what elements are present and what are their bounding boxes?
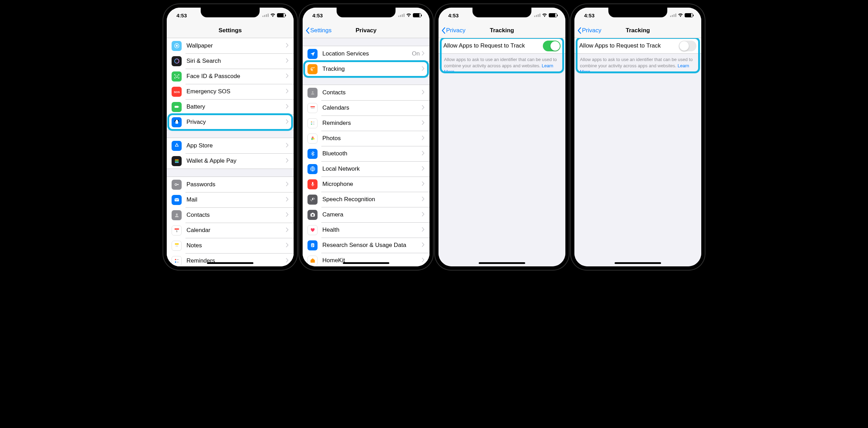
row-mail[interactable]: Mail xyxy=(167,192,294,207)
back-button[interactable]: Privacy xyxy=(441,27,466,34)
row-calendar[interactable]: 1Calendar xyxy=(167,223,294,238)
svg-rect-27 xyxy=(311,108,312,109)
row-label: Notes xyxy=(186,242,286,249)
chevron-right-icon xyxy=(286,119,289,125)
row-tracking[interactable]: Tracking xyxy=(303,61,429,77)
phone-privacy: 4:53 Settings Privacy Location ServicesO… xyxy=(298,3,434,271)
row-label: Battery xyxy=(186,103,286,110)
row-privacy[interactable]: Privacy xyxy=(167,114,294,130)
home-indicator[interactable] xyxy=(615,262,661,264)
back-label: Privacy xyxy=(446,27,466,34)
tracking-toggle[interactable] xyxy=(543,41,561,51)
row-label: Local Network xyxy=(322,165,422,172)
faceid-icon xyxy=(172,71,182,82)
home-indicator[interactable] xyxy=(479,262,525,264)
row-contacts[interactable]: Contacts xyxy=(167,207,294,223)
row-contacts[interactable]: Contacts xyxy=(303,85,429,100)
row-label: Speech Recognition xyxy=(322,196,422,203)
key-icon xyxy=(172,180,182,190)
chevron-right-icon xyxy=(286,73,289,79)
chevron-right-icon xyxy=(286,58,289,64)
svg-point-22 xyxy=(175,262,176,263)
row-health[interactable]: Health xyxy=(303,222,429,238)
home-indicator[interactable] xyxy=(207,262,253,264)
row-battery[interactable]: Battery xyxy=(167,99,294,114)
chevron-right-icon xyxy=(422,242,425,248)
chevron-right-icon xyxy=(422,181,425,187)
row-speech-recognition[interactable]: Speech Recognition xyxy=(303,192,429,207)
row-reminders[interactable]: Reminders xyxy=(303,115,429,131)
signal-icon xyxy=(262,14,269,17)
phone-settings: 4:53 Settings WallpaperSiri & SearchFace… xyxy=(163,3,298,271)
row-wallet-apple-pay[interactable]: Wallet & Apple Pay xyxy=(167,153,294,169)
chevron-right-icon xyxy=(286,212,289,218)
wallpaper-icon xyxy=(172,41,182,51)
reminders-icon xyxy=(172,256,182,266)
svg-rect-20 xyxy=(175,243,179,245)
row-label: Bluetooth xyxy=(322,150,422,157)
home-indicator[interactable] xyxy=(343,262,389,264)
row-microphone[interactable]: Microphone xyxy=(303,177,429,192)
camera-icon xyxy=(307,210,318,220)
svg-rect-14 xyxy=(174,198,179,202)
homekit-icon xyxy=(307,256,318,266)
settings-list[interactable]: WallpaperSiri & SearchFace ID & Passcode… xyxy=(167,38,294,266)
row-bluetooth[interactable]: Bluetooth xyxy=(303,146,429,161)
status-time: 4:53 xyxy=(584,12,594,18)
footer-text: Allow apps to ask to use an identifier t… xyxy=(574,54,701,75)
svg-rect-41 xyxy=(312,213,313,214)
privacy-list[interactable]: Location ServicesOnTrackingContactsCalen… xyxy=(303,38,429,266)
tracking-toggle[interactable] xyxy=(679,41,696,51)
row-face-id-passcode[interactable]: Face ID & Passcode xyxy=(167,69,294,84)
row-local-network[interactable]: Local Network xyxy=(303,161,429,177)
calendar-icon: 1 xyxy=(172,225,182,236)
calendars-p-icon xyxy=(307,103,318,113)
svg-point-4 xyxy=(177,76,177,76)
allow-tracking-row[interactable]: Allow Apps to Request to Track xyxy=(439,38,565,53)
svg-point-30 xyxy=(311,121,312,122)
chevron-right-icon xyxy=(422,151,425,157)
row-calendars[interactable]: Calendars xyxy=(303,100,429,115)
reminders-p-icon xyxy=(307,118,318,128)
row-reminders[interactable]: Reminders xyxy=(167,253,294,266)
row-app-store[interactable]: App Store xyxy=(167,138,294,153)
row-label: Camera xyxy=(322,211,422,218)
back-button[interactable]: Privacy xyxy=(577,27,601,34)
chevron-right-icon xyxy=(422,196,425,203)
row-passwords[interactable]: Passwords xyxy=(167,177,294,192)
nav-title: Privacy xyxy=(356,27,377,34)
chevron-right-icon xyxy=(286,88,289,95)
nav-bar: Privacy Tracking xyxy=(574,23,701,38)
row-research-sensor-usage-data[interactable]: Research Sensor & Usage Data xyxy=(303,238,429,253)
row-label: App Store xyxy=(186,142,286,149)
allow-tracking-row[interactable]: Allow Apps to Request to Track xyxy=(574,38,701,53)
row-location-services[interactable]: Location ServicesOn xyxy=(303,46,429,61)
wifi-icon xyxy=(542,13,547,17)
row-label: Research Sensor & Usage Data xyxy=(322,242,422,249)
row-photos[interactable]: Photos xyxy=(303,131,429,146)
back-button[interactable]: Settings xyxy=(305,27,331,34)
svg-rect-38 xyxy=(312,198,313,200)
back-label: Privacy xyxy=(582,27,601,34)
svg-point-15 xyxy=(176,214,177,215)
row-homekit[interactable]: HomeKit xyxy=(303,253,429,266)
row-wallpaper[interactable]: Wallpaper xyxy=(167,38,294,53)
row-emergency-sos[interactable]: SOSEmergency SOS xyxy=(167,84,294,99)
row-label: Photos xyxy=(322,135,422,142)
row-label: Location Services xyxy=(322,50,412,57)
chevron-right-icon xyxy=(422,257,425,264)
chevron-right-icon xyxy=(422,66,425,72)
status-indicators xyxy=(262,13,285,17)
row-siri-search[interactable]: Siri & Search xyxy=(167,53,294,69)
svg-rect-10 xyxy=(175,160,179,161)
mail-icon xyxy=(172,195,182,205)
battery-icon xyxy=(413,13,421,17)
research-icon xyxy=(307,240,318,250)
mic-icon xyxy=(307,179,318,189)
siri-icon xyxy=(172,56,182,66)
row-notes[interactable]: Notes xyxy=(167,238,294,253)
chevron-right-icon xyxy=(422,227,425,233)
chevron-right-icon xyxy=(286,143,289,149)
row-camera[interactable]: Camera xyxy=(303,207,429,222)
row-label: Calendars xyxy=(322,104,422,111)
